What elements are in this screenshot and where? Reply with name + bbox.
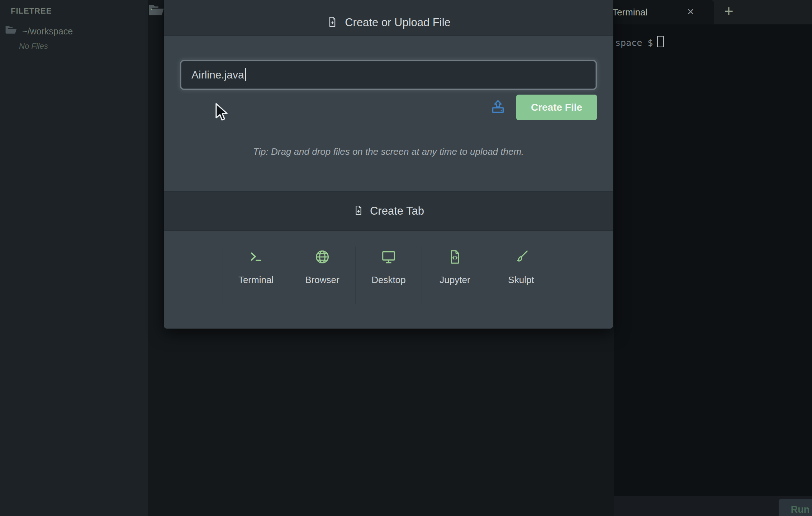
terminal-output[interactable]: space $ [614,24,812,496]
option-desktop[interactable]: Desktop [355,247,422,304]
option-label: Skulpt [508,274,534,286]
filename-value: Airline.java [191,69,244,81]
filetree-header: FILETREE [11,6,52,16]
tab-terminal-label: Terminal [612,0,647,24]
paintbrush-icon [513,247,530,267]
terminal-prompt-text: space $ [615,38,653,48]
terminal-tabbar: Terminal × + [614,0,812,24]
workspace-folder-row[interactable]: ~/workspace [5,25,73,37]
folder-open-icon [5,25,17,37]
filetree-panel: FILETREE ~/workspace No Files [0,0,148,516]
text-caret [245,68,246,81]
create-upload-modal: Create or Upload File Airline.java Creat… [164,0,613,329]
option-browser[interactable]: Browser [289,247,355,304]
terminal-prompt-icon [248,247,264,267]
file-plus-icon [353,205,364,218]
open-folder-icon[interactable] [148,4,165,19]
mouse-cursor [214,102,231,124]
file-plus-icon [326,16,338,29]
create-file-button[interactable]: Create File [516,95,597,120]
option-label: Jupyter [440,274,470,286]
option-skulpt[interactable]: Skulpt [488,247,554,304]
filetree-empty-label: No Files [19,42,48,51]
ide-screen: FILETREE ~/workspace No Files Termi [0,0,812,516]
terminal-prompt-line: space $ [615,36,664,48]
terminal-panel: Terminal × + space $ Run [614,0,812,516]
monitor-icon [380,247,397,267]
run-button[interactable]: Run [779,499,812,516]
globe-icon [314,247,331,267]
terminal-footer-bar: Run [614,496,812,516]
modal-footer-divider [164,307,613,307]
filename-input[interactable]: Airline.java [181,61,596,89]
add-tab-button[interactable]: + [724,0,733,24]
tab-terminal[interactable]: Terminal × [614,0,714,24]
terminal-cursor [657,36,664,47]
option-terminal[interactable]: Terminal [223,247,289,304]
upload-icon[interactable] [490,99,506,115]
modal-title: Create or Upload File [345,16,451,29]
workspace-path-label: ~/workspace [22,26,73,37]
option-label: Terminal [238,274,274,286]
option-label: Browser [305,274,339,286]
drag-drop-tip: Tip: Drag and drop files on the screen a… [164,146,613,157]
create-tab-options: Terminal Browser [223,247,555,304]
close-tab-icon[interactable]: × [687,0,694,24]
option-jupyter[interactable]: Jupyter [422,247,488,304]
create-tab-header: Create Tab [164,191,613,231]
code-file-icon [447,247,463,267]
create-tab-title: Create Tab [370,205,424,218]
modal-header: Create or Upload File [164,0,613,36]
option-label: Desktop [371,274,405,286]
